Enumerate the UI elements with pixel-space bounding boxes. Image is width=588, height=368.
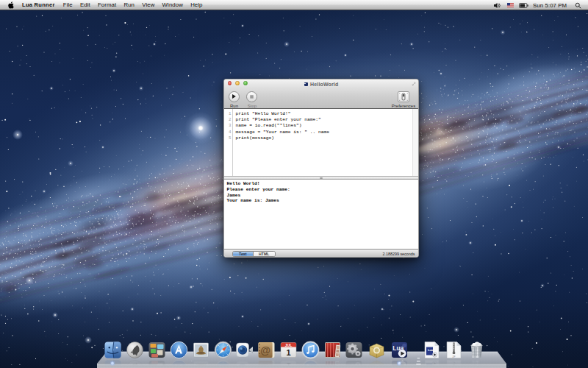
svg-text:1: 1 bbox=[286, 361, 290, 368]
svg-text:@: @ bbox=[261, 344, 271, 355]
svg-text:Lua: Lua bbox=[428, 348, 434, 352]
svg-text:@: @ bbox=[261, 362, 271, 368]
svg-text:ZIP: ZIP bbox=[452, 355, 455, 358]
svg-text:ZIP: ZIP bbox=[452, 360, 455, 363]
svg-text:1: 1 bbox=[286, 348, 290, 357]
svg-text:JUL: JUL bbox=[285, 343, 292, 347]
